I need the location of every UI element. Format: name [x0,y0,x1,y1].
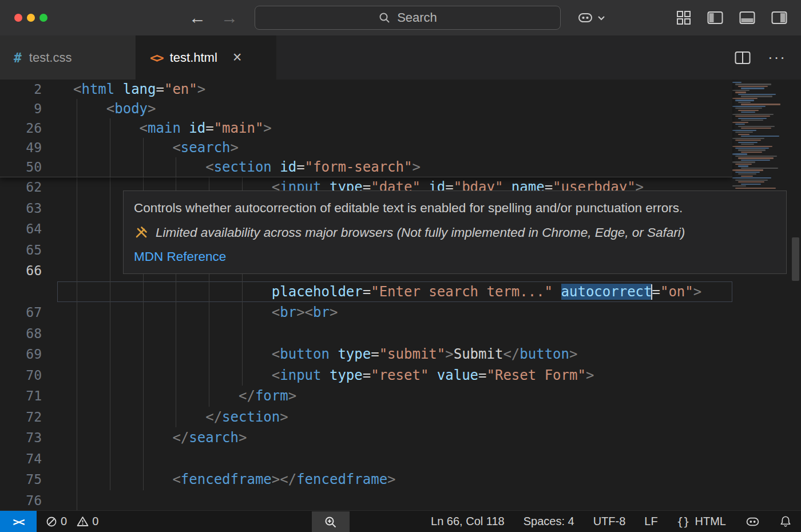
line-number[interactable]: 64 [0,219,57,240]
code-content[interactable]: <search> [57,138,732,157]
indent-guide [172,281,205,303]
minimap-line [732,153,747,154]
tab-test-css[interactable]: # test.css [0,35,136,80]
code-content[interactable] [57,448,732,470]
code-content[interactable]: <br><br> [57,302,732,323]
more-actions-icon[interactable]: ··· [768,49,786,66]
code-line-wrap[interactable]: placeholder="Enter search term..." autoc… [0,281,732,303]
minimap[interactable] [732,82,787,189]
code-line-50[interactable]: 50 <section id="form-search"> [0,157,732,177]
code-token: >< [296,304,313,320]
code-content[interactable]: <input type="reset" value="Reset Form"> [57,365,732,386]
code-token: > [569,346,577,362]
line-number[interactable]: 72 [0,407,57,428]
zoom-indicator-button[interactable] [312,511,350,532]
line-number[interactable]: 71 [0,386,57,407]
line-number[interactable]: 75 [0,469,57,490]
notifications-bell-icon[interactable] [779,515,792,528]
customize-layout-icon[interactable] [676,10,691,25]
code-content[interactable]: <button type="submit">Submit</button> [57,344,732,365]
code-line-9[interactable]: 9 <body> [0,99,732,118]
remote-indicator-button[interactable]: >< [0,511,37,532]
indentation-status[interactable]: Spaces: 4 [524,515,574,528]
code-content[interactable]: <html lang="en"> [57,80,732,99]
code-token: input [280,367,321,383]
code-line-74[interactable]: 74 [0,448,732,470]
code-line-26[interactable]: 26 <main id="main"> [0,118,732,138]
code-line-67[interactable]: 67 <br><br> [0,302,732,323]
code-content[interactable] [57,490,732,511]
code-content[interactable]: </section> [57,407,732,428]
mdn-reference-link[interactable]: MDN Reference [134,249,776,264]
line-number[interactable]: 68 [0,323,57,344]
indent-guide [239,281,272,303]
vertical-scrollbar[interactable] [792,237,799,281]
line-number[interactable]: 65 [0,240,57,261]
indent-guide [73,138,106,157]
line-number[interactable]: 76 [0,490,57,511]
minimap-line [732,114,774,115]
line-number[interactable]: 74 [0,448,57,470]
line-number[interactable]: 69 [0,344,57,365]
code-line-70[interactable]: 70 <input type="reset" value="Reset Form… [0,365,732,386]
line-number[interactable]: 2 [0,80,57,99]
cursor-position-status[interactable]: Ln 66, Col 118 [431,515,505,528]
code-editor[interactable]: 62 <input type="date" id="bday" name="us… [0,80,801,510]
code-content[interactable]: </search> [57,427,732,448]
code-line-49[interactable]: 49 <search> [0,138,732,157]
line-number[interactable]: 66 [0,260,57,281]
line-number[interactable]: 26 [0,118,57,138]
code-line-76[interactable]: 76 [0,490,732,511]
code-token: > [330,304,338,320]
code-line-2[interactable]: 2<html lang="en"> [0,80,732,99]
code-line-75[interactable]: 75 <fencedframe></fencedframe> [0,469,732,490]
code-content[interactable]: </form> [57,386,732,407]
sticky-scroll[interactable]: 2<html lang="en">9 <body>26 <main id="ma… [0,80,732,177]
eol-status[interactable]: LF [644,515,657,528]
code-content[interactable]: <section id="form-search"> [57,157,732,177]
code-content[interactable]: <main id="main"> [57,118,732,138]
line-number[interactable]: 63 [0,198,57,219]
code-token: = [296,159,304,175]
code-line-73[interactable]: 73 </search> [0,427,732,448]
code-content[interactable]: <fencedframe></fencedframe> [57,469,732,490]
language-mode-status[interactable]: {} HTML [677,515,726,528]
maximize-window-button[interactable] [39,14,47,22]
navigate-back-button[interactable]: ← [189,8,206,27]
close-window-button[interactable] [14,14,22,22]
line-number[interactable]: 73 [0,427,57,448]
code-content[interactable]: placeholder="Enter search term..." autoc… [57,281,732,303]
line-number[interactable] [0,281,57,303]
line-number[interactable]: 49 [0,138,57,157]
toggle-primary-sidebar-icon[interactable] [707,11,723,25]
copilot-icon[interactable] [577,11,594,25]
line-number[interactable]: 70 [0,365,57,386]
encoding-status[interactable]: UTF-8 [593,515,626,528]
problems-status[interactable]: 0 0 [37,515,104,528]
split-editor-icon[interactable] [735,51,751,65]
close-tab-icon[interactable]: × [233,50,242,65]
indent-guide [140,448,173,470]
command-center-search[interactable]: Search [255,6,561,30]
tab-test-html[interactable]: <> test.html × [136,35,276,80]
editor-tab-bar: # test.css <> test.html × ··· [0,35,801,80]
code-line-72[interactable]: 72 </section> [0,407,732,428]
minimap-line [738,142,758,143]
code-line-68[interactable]: 68 [0,323,732,344]
minimize-window-button[interactable] [27,14,35,22]
toggle-panel-icon[interactable] [739,11,755,25]
line-number[interactable]: 67 [0,302,57,323]
code-line-71[interactable]: 71 </form> [0,386,732,407]
toggle-secondary-sidebar-icon[interactable] [771,11,787,25]
copilot-status-icon[interactable] [745,515,760,528]
code-content[interactable] [57,323,732,344]
navigate-forward-button[interactable]: → [221,8,238,27]
line-number[interactable]: 62 [0,177,57,198]
code-line-69[interactable]: 69 <button type="submit">Submit</button> [0,344,732,365]
code-token: lang [123,81,156,97]
code-content[interactable]: <body> [57,99,732,118]
line-number[interactable]: 50 [0,157,57,177]
chevron-down-icon[interactable] [597,15,605,21]
line-number[interactable]: 9 [0,99,57,118]
minimap-line [735,156,777,157]
